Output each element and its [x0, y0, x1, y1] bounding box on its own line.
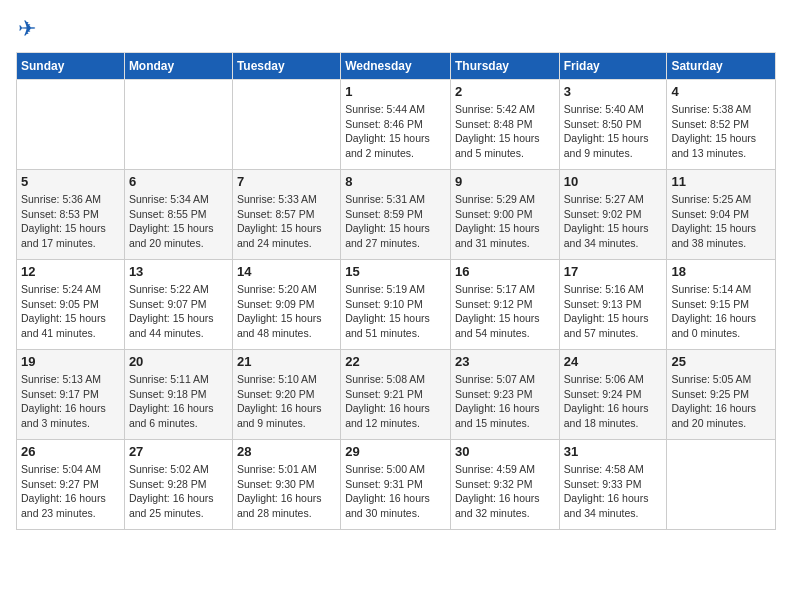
day-info: Sunrise: 5:27 AM Sunset: 9:02 PM Dayligh… — [564, 192, 663, 251]
day-number: 13 — [129, 264, 228, 279]
page-header: ✈ — [16, 16, 776, 42]
calendar-cell: 2Sunrise: 5:42 AM Sunset: 8:48 PM Daylig… — [450, 80, 559, 170]
day-info: Sunrise: 5:00 AM Sunset: 9:31 PM Dayligh… — [345, 462, 446, 521]
day-info: Sunrise: 5:02 AM Sunset: 9:28 PM Dayligh… — [129, 462, 228, 521]
day-number: 14 — [237, 264, 336, 279]
day-number: 17 — [564, 264, 663, 279]
day-info: Sunrise: 5:04 AM Sunset: 9:27 PM Dayligh… — [21, 462, 120, 521]
day-number: 6 — [129, 174, 228, 189]
day-number: 31 — [564, 444, 663, 459]
day-number: 25 — [671, 354, 771, 369]
calendar-cell: 31Sunrise: 4:58 AM Sunset: 9:33 PM Dayli… — [559, 440, 667, 530]
logo-bird-icon: ✈ — [18, 16, 36, 42]
day-number: 22 — [345, 354, 446, 369]
column-header-tuesday: Tuesday — [232, 53, 340, 80]
calendar-cell: 27Sunrise: 5:02 AM Sunset: 9:28 PM Dayli… — [124, 440, 232, 530]
calendar-cell: 22Sunrise: 5:08 AM Sunset: 9:21 PM Dayli… — [341, 350, 451, 440]
day-info: Sunrise: 5:20 AM Sunset: 9:09 PM Dayligh… — [237, 282, 336, 341]
day-number: 10 — [564, 174, 663, 189]
day-number: 12 — [21, 264, 120, 279]
day-info: Sunrise: 5:38 AM Sunset: 8:52 PM Dayligh… — [671, 102, 771, 161]
day-info: Sunrise: 4:58 AM Sunset: 9:33 PM Dayligh… — [564, 462, 663, 521]
calendar-week-row: 26Sunrise: 5:04 AM Sunset: 9:27 PM Dayli… — [17, 440, 776, 530]
calendar-table: SundayMondayTuesdayWednesdayThursdayFrid… — [16, 52, 776, 530]
day-info: Sunrise: 5:24 AM Sunset: 9:05 PM Dayligh… — [21, 282, 120, 341]
calendar-week-row: 1Sunrise: 5:44 AM Sunset: 8:46 PM Daylig… — [17, 80, 776, 170]
day-number: 2 — [455, 84, 555, 99]
calendar-cell: 4Sunrise: 5:38 AM Sunset: 8:52 PM Daylig… — [667, 80, 776, 170]
day-number: 15 — [345, 264, 446, 279]
calendar-cell: 8Sunrise: 5:31 AM Sunset: 8:59 PM Daylig… — [341, 170, 451, 260]
calendar-cell: 10Sunrise: 5:27 AM Sunset: 9:02 PM Dayli… — [559, 170, 667, 260]
day-number: 7 — [237, 174, 336, 189]
day-info: Sunrise: 5:22 AM Sunset: 9:07 PM Dayligh… — [129, 282, 228, 341]
day-info: Sunrise: 5:08 AM Sunset: 9:21 PM Dayligh… — [345, 372, 446, 431]
calendar-cell: 17Sunrise: 5:16 AM Sunset: 9:13 PM Dayli… — [559, 260, 667, 350]
calendar-cell: 1Sunrise: 5:44 AM Sunset: 8:46 PM Daylig… — [341, 80, 451, 170]
calendar-cell: 9Sunrise: 5:29 AM Sunset: 9:00 PM Daylig… — [450, 170, 559, 260]
logo: ✈ — [16, 16, 36, 42]
column-header-wednesday: Wednesday — [341, 53, 451, 80]
calendar-cell: 6Sunrise: 5:34 AM Sunset: 8:55 PM Daylig… — [124, 170, 232, 260]
column-header-thursday: Thursday — [450, 53, 559, 80]
calendar-cell — [17, 80, 125, 170]
day-number: 16 — [455, 264, 555, 279]
day-info: Sunrise: 5:19 AM Sunset: 9:10 PM Dayligh… — [345, 282, 446, 341]
calendar-cell: 3Sunrise: 5:40 AM Sunset: 8:50 PM Daylig… — [559, 80, 667, 170]
calendar-cell — [124, 80, 232, 170]
calendar-cell: 21Sunrise: 5:10 AM Sunset: 9:20 PM Dayli… — [232, 350, 340, 440]
day-number: 8 — [345, 174, 446, 189]
calendar-cell: 26Sunrise: 5:04 AM Sunset: 9:27 PM Dayli… — [17, 440, 125, 530]
column-header-saturday: Saturday — [667, 53, 776, 80]
day-info: Sunrise: 5:42 AM Sunset: 8:48 PM Dayligh… — [455, 102, 555, 161]
day-number: 30 — [455, 444, 555, 459]
day-info: Sunrise: 5:05 AM Sunset: 9:25 PM Dayligh… — [671, 372, 771, 431]
day-info: Sunrise: 5:17 AM Sunset: 9:12 PM Dayligh… — [455, 282, 555, 341]
day-info: Sunrise: 5:01 AM Sunset: 9:30 PM Dayligh… — [237, 462, 336, 521]
calendar-cell: 7Sunrise: 5:33 AM Sunset: 8:57 PM Daylig… — [232, 170, 340, 260]
day-number: 23 — [455, 354, 555, 369]
day-number: 26 — [21, 444, 120, 459]
day-info: Sunrise: 5:13 AM Sunset: 9:17 PM Dayligh… — [21, 372, 120, 431]
day-info: Sunrise: 5:25 AM Sunset: 9:04 PM Dayligh… — [671, 192, 771, 251]
calendar-cell — [667, 440, 776, 530]
calendar-cell: 24Sunrise: 5:06 AM Sunset: 9:24 PM Dayli… — [559, 350, 667, 440]
day-info: Sunrise: 5:31 AM Sunset: 8:59 PM Dayligh… — [345, 192, 446, 251]
calendar-cell: 5Sunrise: 5:36 AM Sunset: 8:53 PM Daylig… — [17, 170, 125, 260]
day-info: Sunrise: 5:40 AM Sunset: 8:50 PM Dayligh… — [564, 102, 663, 161]
calendar-cell: 28Sunrise: 5:01 AM Sunset: 9:30 PM Dayli… — [232, 440, 340, 530]
day-number: 1 — [345, 84, 446, 99]
day-number: 27 — [129, 444, 228, 459]
day-info: Sunrise: 5:06 AM Sunset: 9:24 PM Dayligh… — [564, 372, 663, 431]
day-info: Sunrise: 5:36 AM Sunset: 8:53 PM Dayligh… — [21, 192, 120, 251]
day-number: 20 — [129, 354, 228, 369]
day-number: 3 — [564, 84, 663, 99]
day-info: Sunrise: 5:33 AM Sunset: 8:57 PM Dayligh… — [237, 192, 336, 251]
day-info: Sunrise: 5:10 AM Sunset: 9:20 PM Dayligh… — [237, 372, 336, 431]
column-header-sunday: Sunday — [17, 53, 125, 80]
calendar-cell: 25Sunrise: 5:05 AM Sunset: 9:25 PM Dayli… — [667, 350, 776, 440]
calendar-cell: 15Sunrise: 5:19 AM Sunset: 9:10 PM Dayli… — [341, 260, 451, 350]
calendar-header-row: SundayMondayTuesdayWednesdayThursdayFrid… — [17, 53, 776, 80]
day-number: 4 — [671, 84, 771, 99]
day-info: Sunrise: 5:14 AM Sunset: 9:15 PM Dayligh… — [671, 282, 771, 341]
day-number: 18 — [671, 264, 771, 279]
day-number: 5 — [21, 174, 120, 189]
calendar-week-row: 12Sunrise: 5:24 AM Sunset: 9:05 PM Dayli… — [17, 260, 776, 350]
calendar-cell: 30Sunrise: 4:59 AM Sunset: 9:32 PM Dayli… — [450, 440, 559, 530]
calendar-cell: 23Sunrise: 5:07 AM Sunset: 9:23 PM Dayli… — [450, 350, 559, 440]
day-number: 24 — [564, 354, 663, 369]
calendar-week-row: 19Sunrise: 5:13 AM Sunset: 9:17 PM Dayli… — [17, 350, 776, 440]
calendar-week-row: 5Sunrise: 5:36 AM Sunset: 8:53 PM Daylig… — [17, 170, 776, 260]
day-info: Sunrise: 5:11 AM Sunset: 9:18 PM Dayligh… — [129, 372, 228, 431]
day-info: Sunrise: 5:44 AM Sunset: 8:46 PM Dayligh… — [345, 102, 446, 161]
day-number: 29 — [345, 444, 446, 459]
day-number: 28 — [237, 444, 336, 459]
day-info: Sunrise: 5:29 AM Sunset: 9:00 PM Dayligh… — [455, 192, 555, 251]
calendar-cell — [232, 80, 340, 170]
day-number: 9 — [455, 174, 555, 189]
day-info: Sunrise: 5:34 AM Sunset: 8:55 PM Dayligh… — [129, 192, 228, 251]
calendar-cell: 19Sunrise: 5:13 AM Sunset: 9:17 PM Dayli… — [17, 350, 125, 440]
day-number: 19 — [21, 354, 120, 369]
day-info: Sunrise: 5:16 AM Sunset: 9:13 PM Dayligh… — [564, 282, 663, 341]
